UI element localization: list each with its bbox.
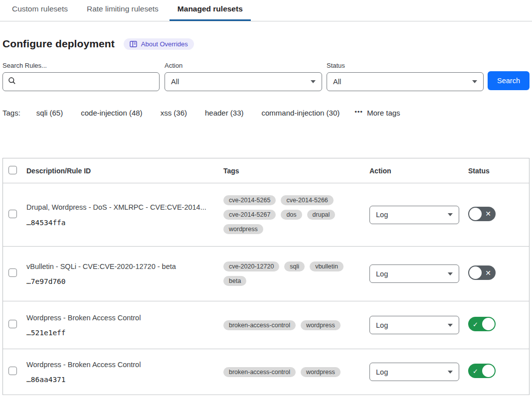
search-button-field: Search bbox=[488, 71, 530, 90]
column-header-action: Action bbox=[369, 167, 468, 175]
heading-row: Configure deployment About Overrides bbox=[0, 21, 532, 50]
rule-id: …521e1eff bbox=[26, 329, 223, 337]
more-tags-label: More tags bbox=[367, 109, 400, 117]
search-input[interactable] bbox=[20, 78, 154, 86]
rule-status-toggle[interactable]: ✕ bbox=[468, 265, 496, 280]
book-icon bbox=[130, 41, 137, 47]
rule-id: …84534ffa bbox=[26, 219, 223, 227]
tag-filter-sqli[interactable]: sqli (65) bbox=[36, 109, 63, 117]
about-overrides-badge[interactable]: About Overrides bbox=[124, 38, 194, 50]
rule-action-select[interactable]: Log bbox=[369, 363, 459, 381]
rules-table: Description/Rule ID Tags Action Status D… bbox=[2, 158, 530, 395]
tags-bar-label: Tags: bbox=[2, 109, 20, 117]
rule-tag: wordpress bbox=[301, 320, 341, 330]
rule-action-value: Log bbox=[376, 321, 388, 329]
table-header-row: Description/Rule ID Tags Action Status bbox=[3, 158, 529, 183]
action-filter-label: Action bbox=[165, 62, 322, 69]
ellipsis-icon: ••• bbox=[355, 108, 363, 116]
rule-tag: cve-2014-5266 bbox=[281, 195, 333, 205]
table-row: Wordpress - Broken Access Control …521e1… bbox=[3, 301, 529, 349]
row-checkbox[interactable] bbox=[8, 210, 17, 218]
rule-action-select[interactable]: Log bbox=[369, 316, 459, 334]
rule-tag: vbulletin bbox=[310, 262, 344, 271]
search-rules-field: Search Rules... bbox=[2, 62, 160, 91]
action-filter-field: Action All bbox=[165, 62, 322, 91]
column-header-description: Description/Rule ID bbox=[26, 167, 223, 175]
chevron-down-icon bbox=[448, 272, 453, 275]
tag-filter-code-injection[interactable]: code-injection (48) bbox=[81, 109, 142, 117]
rule-action-select[interactable]: Log bbox=[369, 206, 459, 224]
search-icon bbox=[8, 77, 16, 87]
row-checkbox[interactable] bbox=[8, 367, 17, 375]
rule-tag: broken-access-control bbox=[223, 320, 296, 330]
column-header-tags: Tags bbox=[223, 167, 369, 175]
chevron-down-icon bbox=[472, 80, 477, 83]
rule-id: …7e97d760 bbox=[26, 277, 223, 285]
chevron-down-icon bbox=[448, 213, 453, 216]
page-title: Configure deployment bbox=[2, 38, 115, 50]
rule-tag: wordpress bbox=[301, 367, 341, 377]
tab-managed-rulesets[interactable]: Managed rulesets bbox=[170, 0, 251, 21]
tag-filter-xss[interactable]: xss (36) bbox=[161, 109, 187, 117]
rule-tag: drupal bbox=[307, 210, 336, 220]
tab-rate-limiting-rulesets[interactable]: Rate limiting rulesets bbox=[79, 0, 167, 21]
action-filter-select[interactable]: All bbox=[165, 72, 322, 91]
rule-title: vBulletin - SQLi - CVE:CVE-2020-12720 - … bbox=[26, 262, 223, 271]
search-rules-label: Search Rules... bbox=[2, 62, 160, 69]
status-filter-value: All bbox=[333, 78, 341, 86]
rule-tag: cve-2020-12720 bbox=[223, 262, 279, 271]
tab-custom-rulesets[interactable]: Custom rulesets bbox=[4, 0, 76, 21]
rule-action-value: Log bbox=[376, 368, 388, 376]
rule-tag: broken-access-control bbox=[223, 367, 296, 377]
rule-title: Wordpress - Broken Access Control bbox=[26, 360, 223, 370]
rule-tag: wordpress bbox=[223, 224, 263, 234]
x-icon: ✕ bbox=[485, 269, 491, 276]
column-header-status: Status bbox=[468, 167, 529, 175]
check-icon: ✓ bbox=[473, 368, 478, 374]
rule-tag: cve-2014-5267 bbox=[223, 210, 276, 220]
rule-action-value: Log bbox=[376, 270, 388, 278]
chevron-down-icon bbox=[448, 371, 453, 374]
status-filter-select[interactable]: All bbox=[327, 72, 484, 91]
action-filter-value: All bbox=[171, 78, 179, 86]
more-tags-button[interactable]: ••• More tags bbox=[355, 109, 400, 117]
x-icon: ✕ bbox=[485, 210, 491, 217]
ruleset-tabs: Custom rulesets Rate limiting rulesets M… bbox=[0, 0, 532, 21]
search-input-box bbox=[2, 72, 160, 91]
select-all-checkbox[interactable] bbox=[8, 166, 17, 174]
rule-tag: dos bbox=[281, 210, 302, 220]
rule-action-value: Log bbox=[376, 211, 388, 219]
row-checkbox[interactable] bbox=[8, 320, 17, 328]
toggle-knob bbox=[482, 318, 495, 330]
toggle-knob bbox=[469, 208, 482, 220]
rule-status-toggle[interactable]: ✕ bbox=[468, 207, 496, 221]
table-row: vBulletin - SQLi - CVE:CVE-2020-12720 - … bbox=[3, 247, 529, 301]
search-button[interactable]: Search bbox=[488, 71, 530, 90]
rule-status-toggle[interactable]: ✓ bbox=[468, 317, 496, 331]
tags-bar: Tags: sqli (65) code-injection (48) xss … bbox=[0, 109, 532, 117]
toggle-knob bbox=[469, 266, 482, 279]
row-checkbox[interactable] bbox=[8, 268, 17, 277]
rule-tag: beta bbox=[223, 276, 246, 286]
rule-id: …86aa4371 bbox=[26, 376, 223, 384]
rule-title: Drupal, Wordpress - DoS - XMLRPC - CVE:C… bbox=[26, 203, 223, 212]
check-icon: ✓ bbox=[473, 321, 478, 327]
tag-filter-command-injection[interactable]: command-injection (30) bbox=[262, 109, 340, 117]
rule-tag: cve-2014-5265 bbox=[223, 195, 276, 205]
filters-row: Search Rules... Action All Status All Se… bbox=[0, 62, 532, 93]
toggle-knob bbox=[482, 365, 495, 377]
about-overrides-label: About Overrides bbox=[141, 40, 188, 48]
tag-filter-header[interactable]: header (33) bbox=[205, 109, 244, 117]
status-filter-label: Status bbox=[327, 62, 484, 69]
table-row: Wordpress - Broken Access Control …86aa4… bbox=[3, 349, 529, 395]
chevron-down-icon bbox=[311, 80, 316, 83]
chevron-down-icon bbox=[448, 324, 453, 327]
table-row: Drupal, Wordpress - DoS - XMLRPC - CVE:C… bbox=[3, 183, 529, 247]
rule-tag: sqli bbox=[284, 262, 305, 271]
rule-title: Wordpress - Broken Access Control bbox=[26, 313, 223, 323]
status-filter-field: Status All bbox=[327, 62, 484, 91]
rule-action-select[interactable]: Log bbox=[369, 264, 459, 283]
rule-status-toggle[interactable]: ✓ bbox=[468, 364, 496, 378]
